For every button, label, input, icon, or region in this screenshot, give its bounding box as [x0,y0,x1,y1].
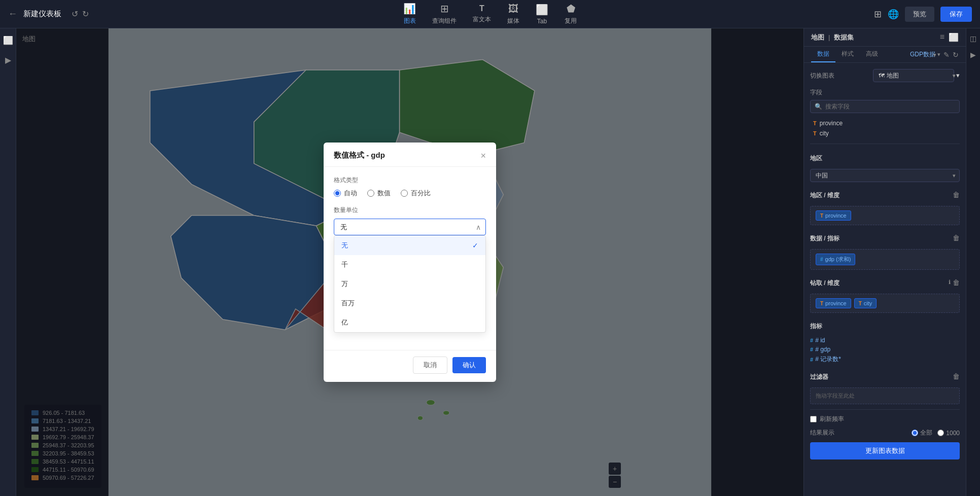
divider-2 [810,409,960,410]
refresh-checkbox[interactable] [810,416,817,422]
tool-richtext-label: 富文本 [473,15,491,24]
drillthrough-delete-icon[interactable]: 🗑 [953,278,960,287]
tab-style[interactable]: 样式 [835,47,860,62]
dataset-value[interactable]: GDP数据 [910,50,935,59]
indicator-list: # # id # # gdp # # 记录数* [810,337,960,364]
dt-province-label: province [825,300,847,306]
filter-delete-icon[interactable]: 🗑 [953,372,960,380]
grid-icon-button[interactable]: ⊞ [874,9,882,20]
drillthrough-title: 钻取 / 维度 [810,279,839,288]
tab-icon: ⬜ [536,4,548,16]
tool-query[interactable]: ⊞ 查询组件 [432,3,457,25]
format-percent-radio[interactable] [401,190,408,197]
data-ind-tag: # gdp (求和) [816,254,855,265]
format-number-radio[interactable] [367,190,374,197]
ind-gdp-type: # [810,346,813,352]
data-panel-content: 切换图表 🗺 地图 ▾ 字段 🔍 T province [804,63,966,496]
modal-close-button[interactable]: × [480,151,486,160]
unit-dropdown-list: 无 ✓ 千 万 百万 [334,235,486,333]
tool-custom[interactable]: ⬟ 复用 [565,3,577,25]
modal-title: 数值格式 - gdp [334,151,385,160]
dataset-refresh-icon[interactable]: ↻ [953,51,959,59]
result-all-radio[interactable] [912,430,918,436]
tool-tab-label: Tab [537,18,547,25]
region-dim-drag-area[interactable]: T province [810,206,960,225]
field-search[interactable]: 🔍 [810,100,960,113]
indicator-id: # # id [810,337,960,344]
dropdown-item-wu[interactable]: 无 ✓ [334,236,485,255]
edge-icon-1[interactable]: ◫ [968,32,978,45]
dropdown-item-wu-label: 无 [341,241,348,250]
result-limit-radio[interactable] [937,430,944,436]
tool-richtext[interactable]: T 富文本 [473,4,491,24]
confirm-button[interactable]: 确认 [452,357,486,373]
edge-icon-2[interactable]: ▶ [968,49,978,61]
filter-drag-area[interactable]: 拖动字段至此处 [810,387,960,404]
panel-expand-icon[interactable]: ⬜ [949,32,959,42]
dropdown-item-yi[interactable]: 亿 [334,313,485,332]
result-limit-label[interactable]: 1000 [937,430,960,437]
result-all-label[interactable]: 全部 [912,429,932,437]
dropdown-item-qian[interactable]: 千 [334,255,485,274]
right-panel-dataset-header: 数据集 [834,33,854,42]
region-dim-header: 地区 / 维度 🗑 [810,186,960,203]
unit-select[interactable]: 无 千 万 百万 亿 [334,219,486,235]
result-label: 结果展示 [810,429,834,437]
refresh-checkbox-label[interactable]: 刷新频率 [810,415,844,423]
field-name-province: province [820,120,843,127]
redo-button[interactable]: ↻ [82,9,89,19]
left-sidebar-icon-2[interactable]: ▶ [2,52,14,68]
right-panel: 地图 | 数据集 ≡ ⬜ 数据 样式 高级 GDP数据 ▾ ✎ ↻ [803,28,966,496]
switch-map-select[interactable]: 🗺 地图 [873,69,954,82]
dropdown-item-wan[interactable]: 万 [334,274,485,294]
ind-records-label: # 记录数* [815,355,841,364]
dropdown-item-baiwan[interactable]: 百万 [334,294,485,313]
save-button[interactable]: 保存 [940,7,972,22]
tool-media[interactable]: 🖼 媒体 [507,3,519,25]
unit-label: 数量单位 [334,206,486,215]
right-edge: ◫ ▶ [966,28,980,496]
update-data-button[interactable]: 更新图表数据 [810,442,960,459]
dt-city-label: city [864,300,872,306]
region-section-title: 地区 [810,154,822,163]
data-ind-header: 数据 / 指标 🗑 [810,229,960,246]
format-auto-radio[interactable] [334,190,341,197]
data-ind-tag-value: gdp (求和) [825,256,851,263]
format-percent-option[interactable]: 百分比 [401,189,431,198]
data-ind-delete-icon[interactable]: 🗑 [953,234,960,242]
format-number-option[interactable]: 数值 [367,189,391,198]
left-sidebar-icon-1[interactable]: ⬜ [0,32,16,48]
theme-icon-button[interactable]: 🌐 [888,9,899,20]
data-ind-drag-area[interactable]: # gdp (求和) [810,249,960,270]
custom-icon: ⬟ [567,3,575,15]
drillthrough-header: 钻取 / 维度 ℹ 🗑 [810,274,960,291]
undo-button[interactable]: ↺ [72,9,78,19]
dataset-dropdown-icon[interactable]: ▾ [937,51,940,58]
check-icon: ✓ [472,241,478,250]
preview-button[interactable]: 预览 [905,7,934,22]
modal-header: 数值格式 - gdp × [324,143,496,167]
format-percent-label: 百分比 [411,189,431,198]
page-title: 新建仪表板 [23,9,61,19]
tab-advanced[interactable]: 高级 [860,47,884,62]
region-dim-tag: T province [816,210,851,221]
unit-section: 数量单位 无 千 万 百万 亿 ∧ [334,206,486,333]
format-auto-option[interactable]: 自动 [334,189,357,198]
back-button[interactable]: ← [8,9,17,19]
region-dim-delete-icon[interactable]: 🗑 [953,191,960,199]
field-search-input[interactable] [825,103,955,110]
region-select[interactable]: 中国 [810,169,960,182]
panel-menu-icon[interactable]: ≡ [940,32,944,42]
drillthrough-drag-area[interactable]: T province T city [810,294,960,313]
right-panel-title: 地图 [811,33,824,42]
format-auto-label: 自动 [344,189,357,198]
tool-tab[interactable]: ⬜ Tab [536,4,548,25]
dataset-edit-icon[interactable]: ✎ [943,51,950,59]
data-ind-title: 数据 / 指标 [810,234,839,243]
tool-chart[interactable]: 📊 图表 [403,3,416,25]
result-radio-group: 全部 1000 [912,429,960,437]
left-sidebar: ⬜ ▶ [0,28,16,496]
cancel-button[interactable]: 取消 [413,357,447,374]
tab-data[interactable]: 数据 [811,47,835,62]
top-bar-right: ⊞ 🌐 预览 保存 [874,7,972,22]
